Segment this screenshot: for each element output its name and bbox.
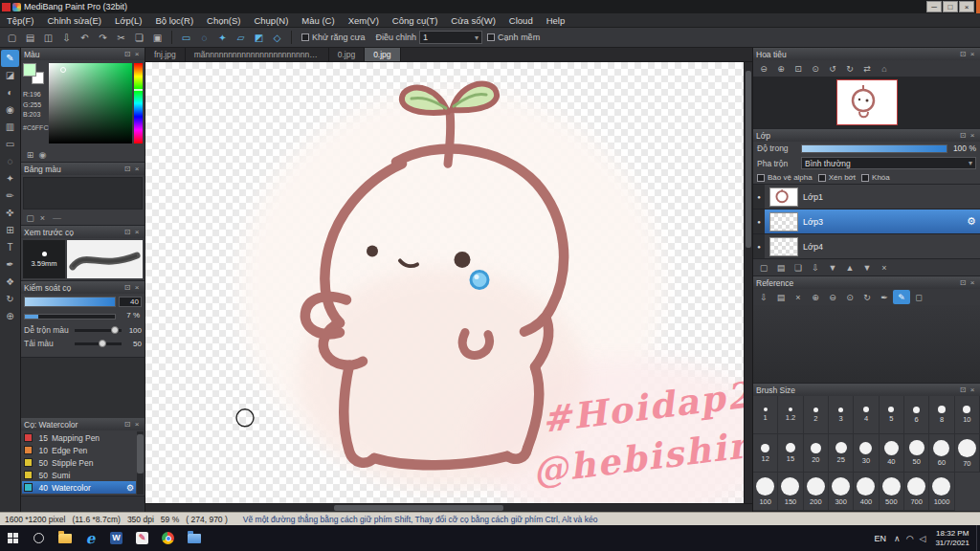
slider-knob[interactable] [111, 326, 119, 334]
mix-slider[interactable] [75, 329, 122, 332]
deselect-icon[interactable]: ▱ [233, 30, 249, 46]
minimize-button[interactable]: ─ [926, 1, 942, 12]
select-rect-icon[interactable]: ▭ [178, 30, 194, 46]
scrollbar-thumb[interactable] [334, 505, 504, 511]
layer-settings-icon[interactable]: ⚙ [963, 215, 980, 228]
tool-bucket[interactable]: ◉ [1, 101, 19, 119]
close-icon[interactable]: × [132, 228, 142, 236]
brush-item[interactable]: 40Watercolor⚙ [22, 481, 136, 494]
brush-size-cell[interactable]: 700 [904, 473, 929, 511]
actual-size-icon[interactable]: ⊙ [841, 290, 858, 304]
canvas[interactable]: #Hoidap247 @hebishiro [145, 62, 744, 503]
close-icon[interactable]: × [968, 131, 977, 140]
document-tab[interactable]: mãnnnnnnnnnnnnnnnnnnnnnnnnn.mdp [186, 48, 329, 61]
popout-icon[interactable]: ⊡ [958, 50, 968, 58]
close-button[interactable]: × [959, 1, 974, 12]
transform-icon[interactable]: ◇ [269, 30, 285, 46]
brush-size-cell[interactable]: 150 [778, 473, 803, 511]
zoom-out-icon[interactable]: ⊖ [824, 290, 841, 304]
layer-visibility-icon[interactable]: ● [753, 234, 765, 258]
layer-row[interactable]: ●Lớp1 [753, 185, 980, 209]
brush-size-cell[interactable]: 15 [778, 434, 803, 473]
tool-hand[interactable]: ❖ [1, 274, 19, 291]
language-indicator[interactable]: EN [875, 534, 887, 543]
menu-item[interactable]: Tệp(F) [0, 15, 41, 26]
save-icon[interactable]: ◫ [40, 30, 56, 46]
taskbar-folder-icon[interactable] [181, 525, 207, 551]
taskbar-file-explorer-icon[interactable] [52, 525, 78, 551]
cut-icon[interactable]: ✂ [113, 30, 129, 46]
popout-icon[interactable]: ⊡ [122, 283, 132, 292]
brush-size-cell[interactable]: 1 [753, 396, 778, 434]
popout-icon[interactable]: ⊡ [122, 228, 132, 236]
tool-text[interactable]: T [1, 239, 19, 256]
color-wheel-icon[interactable]: ◉ [36, 150, 49, 160]
transfer-icon[interactable]: ⇩ [807, 260, 824, 275]
taskbar-search-icon[interactable] [26, 525, 52, 551]
antialias-checkbox[interactable]: Khử răng cưa [301, 33, 366, 42]
zoom-out-icon[interactable]: ⊖ [755, 61, 772, 76]
taskbar-clock[interactable]: 18:32 PM 31/7/2021 [935, 529, 969, 548]
brush-item[interactable]: 15Mapping Pen [22, 431, 136, 444]
menu-item[interactable]: Bộ lọc(R) [148, 15, 200, 26]
color-swatches[interactable] [23, 63, 44, 84]
tool-rotate[interactable]: ↻ [1, 291, 19, 308]
brush-opacity-slider[interactable] [24, 314, 116, 320]
blend-mode-select[interactable]: Bình thường▾ [801, 157, 976, 169]
rotate-left-icon[interactable]: ↺ [824, 61, 841, 76]
scrollbar-thumb[interactable] [137, 434, 144, 474]
saturation-value-picker[interactable] [49, 63, 132, 143]
zoom-in-icon[interactable]: ⊕ [807, 290, 824, 304]
copy-icon[interactable]: ❏ [131, 30, 147, 46]
brush-size-cell[interactable]: 1000 [929, 473, 954, 511]
document-tab[interactable]: 0.jpg [365, 48, 400, 61]
menu-item[interactable]: Chụp(N) [247, 15, 295, 26]
close-icon[interactable]: × [968, 278, 977, 287]
eyedropper-icon[interactable]: ✒ [876, 290, 893, 304]
taskbar-edge-icon[interactable] [78, 525, 103, 551]
brush-size-cell[interactable]: 60 [929, 434, 954, 473]
vertical-scrollbar[interactable] [744, 62, 752, 503]
network-icon[interactable]: ◠ [906, 534, 914, 543]
brush-sync-icon[interactable]: ✎ [893, 290, 910, 304]
brush-item[interactable]: 10Edge Pen [22, 444, 136, 456]
speaker-icon[interactable]: ◁ [919, 534, 925, 543]
tool-move[interactable]: ✜ [1, 205, 19, 222]
zoom-in-icon[interactable]: ⊕ [772, 61, 790, 76]
select-invert-icon[interactable]: ◩ [251, 30, 267, 46]
document-tab[interactable]: 0.jpg [329, 48, 365, 61]
brush-list-scrollbar[interactable] [137, 431, 144, 495]
close-icon[interactable]: × [790, 290, 807, 304]
tool-lasso[interactable]: ◌ [1, 153, 19, 170]
scrollbar-thumb[interactable] [746, 71, 751, 247]
palette-grid-icon[interactable]: ⊞ [24, 150, 36, 160]
brush-settings-icon[interactable]: ⚙ [124, 483, 136, 493]
chevron-up-icon[interactable]: ∧ [894, 534, 901, 543]
fit-icon[interactable]: ⊡ [790, 61, 807, 76]
flip-icon[interactable]: ⇄ [858, 61, 876, 76]
brush-size-cell[interactable]: 2 [804, 396, 829, 434]
rotate-icon[interactable]: ↻ [858, 290, 876, 304]
open-icon[interactable]: ▤ [22, 30, 38, 46]
layer-opacity-slider[interactable] [801, 144, 947, 153]
load-slider[interactable] [75, 342, 122, 345]
palette-body[interactable] [23, 177, 143, 209]
import-icon[interactable]: ⇩ [755, 290, 772, 304]
menu-item[interactable]: Xem(V) [342, 15, 386, 26]
close-icon[interactable]: × [968, 386, 977, 394]
popout-icon[interactable]: ⊡ [122, 50, 132, 58]
layer-row[interactable]: ●Lớp3⚙ [753, 209, 980, 234]
delete-swatch-icon[interactable]: × [36, 213, 49, 223]
tool-smudge[interactable]: ◐ [1, 84, 19, 101]
brush-size-cell[interactable]: 8 [929, 396, 954, 434]
actual-size-icon[interactable]: ⊙ [807, 61, 824, 76]
popout-icon[interactable]: ⊡ [122, 165, 132, 173]
move-up-icon[interactable]: ▲ [841, 260, 858, 275]
brush-size-cell[interactable]: 3 [829, 396, 854, 434]
open-icon[interactable]: ▤ [772, 290, 790, 304]
popout-icon[interactable]: ⊡ [122, 420, 132, 429]
clear-icon[interactable]: ◻ [910, 290, 927, 304]
move-down-icon[interactable]: ▼ [858, 260, 876, 275]
close-icon[interactable]: × [132, 420, 142, 429]
duplicate-icon[interactable]: ❏ [790, 260, 807, 275]
